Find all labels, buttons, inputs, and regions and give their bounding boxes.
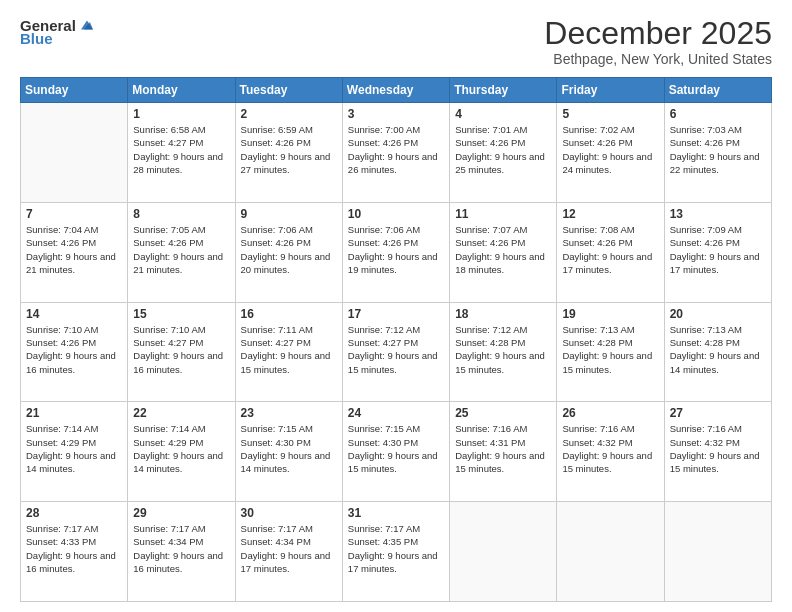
calendar-cell: 13Sunrise: 7:09 AMSunset: 4:26 PMDayligh…	[664, 202, 771, 302]
cell-data: Sunrise: 7:16 AMSunset: 4:31 PMDaylight:…	[455, 422, 551, 475]
day-number: 24	[348, 406, 444, 420]
cell-data: Sunrise: 7:00 AMSunset: 4:26 PMDaylight:…	[348, 123, 444, 176]
calendar-week-1: 7Sunrise: 7:04 AMSunset: 4:26 PMDaylight…	[21, 202, 772, 302]
day-number: 12	[562, 207, 658, 221]
cell-data: Sunrise: 7:17 AMSunset: 4:33 PMDaylight:…	[26, 522, 122, 575]
calendar-cell: 11Sunrise: 7:07 AMSunset: 4:26 PMDayligh…	[450, 202, 557, 302]
cell-data: Sunrise: 7:03 AMSunset: 4:26 PMDaylight:…	[670, 123, 766, 176]
calendar-week-2: 14Sunrise: 7:10 AMSunset: 4:26 PMDayligh…	[21, 302, 772, 402]
day-number: 30	[241, 506, 337, 520]
day-number: 4	[455, 107, 551, 121]
cell-data: Sunrise: 7:14 AMSunset: 4:29 PMDaylight:…	[133, 422, 229, 475]
day-number: 29	[133, 506, 229, 520]
cell-data: Sunrise: 7:16 AMSunset: 4:32 PMDaylight:…	[670, 422, 766, 475]
day-number: 20	[670, 307, 766, 321]
header: General Blue December 2025 Bethpage, New…	[20, 16, 772, 67]
calendar-cell: 24Sunrise: 7:15 AMSunset: 4:30 PMDayligh…	[342, 402, 449, 502]
calendar: Sunday Monday Tuesday Wednesday Thursday…	[20, 77, 772, 602]
col-tuesday: Tuesday	[235, 78, 342, 103]
col-wednesday: Wednesday	[342, 78, 449, 103]
cell-data: Sunrise: 7:06 AMSunset: 4:26 PMDaylight:…	[241, 223, 337, 276]
calendar-cell	[450, 502, 557, 602]
title-location: Bethpage, New York, United States	[544, 51, 772, 67]
calendar-cell: 30Sunrise: 7:17 AMSunset: 4:34 PMDayligh…	[235, 502, 342, 602]
day-number: 17	[348, 307, 444, 321]
calendar-cell: 6Sunrise: 7:03 AMSunset: 4:26 PMDaylight…	[664, 103, 771, 203]
col-thursday: Thursday	[450, 78, 557, 103]
calendar-cell: 5Sunrise: 7:02 AMSunset: 4:26 PMDaylight…	[557, 103, 664, 203]
calendar-cell: 2Sunrise: 6:59 AMSunset: 4:26 PMDaylight…	[235, 103, 342, 203]
day-number: 5	[562, 107, 658, 121]
day-number: 1	[133, 107, 229, 121]
calendar-cell: 4Sunrise: 7:01 AMSunset: 4:26 PMDaylight…	[450, 103, 557, 203]
day-number: 10	[348, 207, 444, 221]
day-number: 22	[133, 406, 229, 420]
calendar-cell: 7Sunrise: 7:04 AMSunset: 4:26 PMDaylight…	[21, 202, 128, 302]
calendar-header-row: Sunday Monday Tuesday Wednesday Thursday…	[21, 78, 772, 103]
day-number: 14	[26, 307, 122, 321]
calendar-cell: 25Sunrise: 7:16 AMSunset: 4:31 PMDayligh…	[450, 402, 557, 502]
day-number: 23	[241, 406, 337, 420]
cell-data: Sunrise: 7:05 AMSunset: 4:26 PMDaylight:…	[133, 223, 229, 276]
cell-data: Sunrise: 7:11 AMSunset: 4:27 PMDaylight:…	[241, 323, 337, 376]
calendar-cell: 14Sunrise: 7:10 AMSunset: 4:26 PMDayligh…	[21, 302, 128, 402]
calendar-cell	[21, 103, 128, 203]
col-sunday: Sunday	[21, 78, 128, 103]
cell-data: Sunrise: 7:10 AMSunset: 4:26 PMDaylight:…	[26, 323, 122, 376]
cell-data: Sunrise: 7:08 AMSunset: 4:26 PMDaylight:…	[562, 223, 658, 276]
title-block: December 2025 Bethpage, New York, United…	[544, 16, 772, 67]
logo-icon	[78, 16, 96, 34]
calendar-week-4: 28Sunrise: 7:17 AMSunset: 4:33 PMDayligh…	[21, 502, 772, 602]
cell-data: Sunrise: 7:12 AMSunset: 4:28 PMDaylight:…	[455, 323, 551, 376]
calendar-cell: 3Sunrise: 7:00 AMSunset: 4:26 PMDaylight…	[342, 103, 449, 203]
calendar-cell: 28Sunrise: 7:17 AMSunset: 4:33 PMDayligh…	[21, 502, 128, 602]
day-number: 8	[133, 207, 229, 221]
title-month: December 2025	[544, 16, 772, 51]
calendar-cell: 21Sunrise: 7:14 AMSunset: 4:29 PMDayligh…	[21, 402, 128, 502]
day-number: 15	[133, 307, 229, 321]
calendar-cell: 1Sunrise: 6:58 AMSunset: 4:27 PMDaylight…	[128, 103, 235, 203]
cell-data: Sunrise: 7:16 AMSunset: 4:32 PMDaylight:…	[562, 422, 658, 475]
cell-data: Sunrise: 6:59 AMSunset: 4:26 PMDaylight:…	[241, 123, 337, 176]
cell-data: Sunrise: 7:15 AMSunset: 4:30 PMDaylight:…	[241, 422, 337, 475]
day-number: 25	[455, 406, 551, 420]
day-number: 9	[241, 207, 337, 221]
cell-data: Sunrise: 7:17 AMSunset: 4:34 PMDaylight:…	[241, 522, 337, 575]
day-number: 7	[26, 207, 122, 221]
calendar-cell: 31Sunrise: 7:17 AMSunset: 4:35 PMDayligh…	[342, 502, 449, 602]
cell-data: Sunrise: 7:04 AMSunset: 4:26 PMDaylight:…	[26, 223, 122, 276]
calendar-cell: 29Sunrise: 7:17 AMSunset: 4:34 PMDayligh…	[128, 502, 235, 602]
cell-data: Sunrise: 7:01 AMSunset: 4:26 PMDaylight:…	[455, 123, 551, 176]
cell-data: Sunrise: 7:14 AMSunset: 4:29 PMDaylight:…	[26, 422, 122, 475]
calendar-cell: 26Sunrise: 7:16 AMSunset: 4:32 PMDayligh…	[557, 402, 664, 502]
calendar-cell: 18Sunrise: 7:12 AMSunset: 4:28 PMDayligh…	[450, 302, 557, 402]
calendar-cell: 27Sunrise: 7:16 AMSunset: 4:32 PMDayligh…	[664, 402, 771, 502]
day-number: 31	[348, 506, 444, 520]
col-friday: Friday	[557, 78, 664, 103]
calendar-cell: 15Sunrise: 7:10 AMSunset: 4:27 PMDayligh…	[128, 302, 235, 402]
cell-data: Sunrise: 7:13 AMSunset: 4:28 PMDaylight:…	[562, 323, 658, 376]
day-number: 21	[26, 406, 122, 420]
day-number: 3	[348, 107, 444, 121]
day-number: 28	[26, 506, 122, 520]
day-number: 16	[241, 307, 337, 321]
calendar-cell: 12Sunrise: 7:08 AMSunset: 4:26 PMDayligh…	[557, 202, 664, 302]
day-number: 2	[241, 107, 337, 121]
day-number: 18	[455, 307, 551, 321]
day-number: 13	[670, 207, 766, 221]
cell-data: Sunrise: 7:06 AMSunset: 4:26 PMDaylight:…	[348, 223, 444, 276]
day-number: 26	[562, 406, 658, 420]
col-monday: Monday	[128, 78, 235, 103]
calendar-cell	[664, 502, 771, 602]
calendar-cell	[557, 502, 664, 602]
page: General Blue December 2025 Bethpage, New…	[0, 0, 792, 612]
calendar-week-3: 21Sunrise: 7:14 AMSunset: 4:29 PMDayligh…	[21, 402, 772, 502]
cell-data: Sunrise: 7:13 AMSunset: 4:28 PMDaylight:…	[670, 323, 766, 376]
logo: General Blue	[20, 16, 96, 47]
calendar-cell: 23Sunrise: 7:15 AMSunset: 4:30 PMDayligh…	[235, 402, 342, 502]
cell-data: Sunrise: 7:15 AMSunset: 4:30 PMDaylight:…	[348, 422, 444, 475]
cell-data: Sunrise: 7:17 AMSunset: 4:34 PMDaylight:…	[133, 522, 229, 575]
col-saturday: Saturday	[664, 78, 771, 103]
cell-data: Sunrise: 6:58 AMSunset: 4:27 PMDaylight:…	[133, 123, 229, 176]
day-number: 27	[670, 406, 766, 420]
